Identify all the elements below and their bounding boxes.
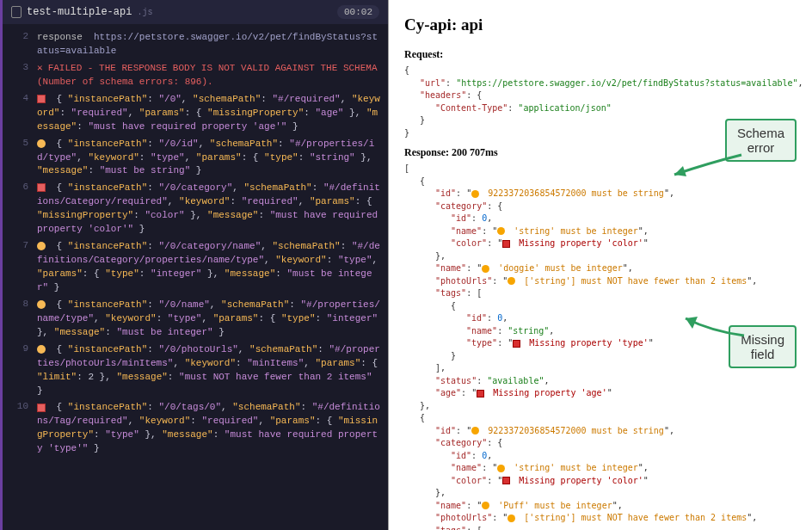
warning-dot-icon xyxy=(471,427,479,434)
error-square-icon xyxy=(513,340,520,348)
line-content: { "instancePath": "/0/category/name", "s… xyxy=(37,240,381,295)
line-number: 10 xyxy=(3,401,37,411)
line-content: { "instancePath": "/0/category", "schema… xyxy=(37,182,381,237)
error-square-icon xyxy=(502,477,510,484)
file-header: test-multiple-api.js 00:02 xyxy=(3,0,388,24)
warning-dot-icon xyxy=(37,242,46,250)
error-square-icon xyxy=(502,240,510,248)
fail-x-icon: ✕ xyxy=(37,63,43,73)
log-line[interactable]: 9 { "instancePath": "/0/photoUrls", "sch… xyxy=(3,342,388,400)
callout-schema-error: Schemaerror xyxy=(725,119,797,162)
line-content: { "instancePath": "/0/tags/0", "schemaPa… xyxy=(37,401,381,456)
warning-dot-icon xyxy=(471,190,479,198)
file-name: test-multiple-api xyxy=(27,6,132,18)
timer-badge: 00:02 xyxy=(337,5,379,19)
line-number: 6 xyxy=(3,182,37,192)
error-square-icon xyxy=(477,390,484,398)
request-content-type: application/json xyxy=(523,103,606,113)
line-number: 8 xyxy=(3,299,37,309)
preview-panel: Cy-api: api Request: { "url": "https://p… xyxy=(388,0,812,530)
cy-api-page: Cy-api: api Request: { "url": "https://p… xyxy=(389,0,812,530)
line-content: { "instancePath": "/0/id", "schemaPath":… xyxy=(37,138,381,179)
line-number: 4 xyxy=(3,93,37,103)
line-content: { "instancePath": "/0", "schemaPath": "#… xyxy=(37,93,381,134)
warning-dot-icon xyxy=(508,277,515,285)
warning-dot-icon xyxy=(497,465,505,472)
line-content: ✕FAILED - THE RESPONSE BODY IS NOT VALID… xyxy=(37,62,381,89)
log-line[interactable]: 8 { "instancePath": "/0/name", "schemaPa… xyxy=(3,297,388,342)
file-ext: .js xyxy=(137,8,152,17)
line-number: 7 xyxy=(3,240,37,250)
file-icon xyxy=(11,6,22,18)
line-number: 3 xyxy=(3,62,37,72)
warning-dot-icon xyxy=(482,502,489,509)
line-content: { "instancePath": "/0/photoUrls", "schem… xyxy=(37,343,381,398)
error-square-icon xyxy=(37,95,46,103)
log-line[interactable]: 3✕FAILED - THE RESPONSE BODY IS NOT VALI… xyxy=(3,60,388,91)
warning-dot-icon xyxy=(497,227,505,235)
log-line[interactable]: 10 { "instancePath": "/0/tags/0", "schem… xyxy=(3,399,388,458)
request-url: https://petstore.swagger.io/v2/pet/findB… xyxy=(461,78,792,88)
line-number: 2 xyxy=(3,31,37,41)
warning-dot-icon xyxy=(37,345,46,354)
log-body[interactable]: 2response https://petstore.swagger.io/v2… xyxy=(3,24,388,463)
line-number: 5 xyxy=(3,138,37,148)
error-square-icon xyxy=(37,404,46,412)
request-label: Request: xyxy=(404,48,805,61)
warning-dot-icon xyxy=(37,300,46,309)
log-line[interactable]: 5 { "instancePath": "/0/id", "schemaPath… xyxy=(3,136,388,181)
log-line[interactable]: 7 { "instancePath": "/0/category/name", … xyxy=(3,238,388,297)
error-square-icon xyxy=(37,183,46,192)
log-line[interactable]: 4 { "instancePath": "/0", "schemaPath": … xyxy=(3,91,388,136)
warning-dot-icon xyxy=(482,265,489,273)
log-line[interactable]: 6 { "instancePath": "/0/category", "sche… xyxy=(3,180,388,238)
log-line[interactable]: 2response https://petstore.swagger.io/v2… xyxy=(3,29,388,60)
callout-missing-field: Missingfield xyxy=(729,325,797,368)
warning-dot-icon xyxy=(37,139,46,148)
test-runner-panel: test-multiple-api.js 00:02 2response htt… xyxy=(0,0,388,530)
warning-dot-icon xyxy=(508,515,515,522)
line-number: 9 xyxy=(3,343,37,354)
line-content: { "instancePath": "/0/name", "schemaPath… xyxy=(37,299,381,340)
page-title: Cy-api: api xyxy=(404,15,805,34)
line-content: response https://petstore.swagger.io/v2/… xyxy=(37,31,381,59)
